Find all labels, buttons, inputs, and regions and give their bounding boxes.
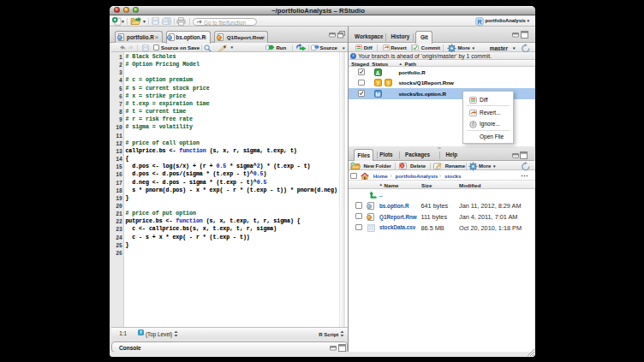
svg-text:R: R	[477, 18, 481, 24]
